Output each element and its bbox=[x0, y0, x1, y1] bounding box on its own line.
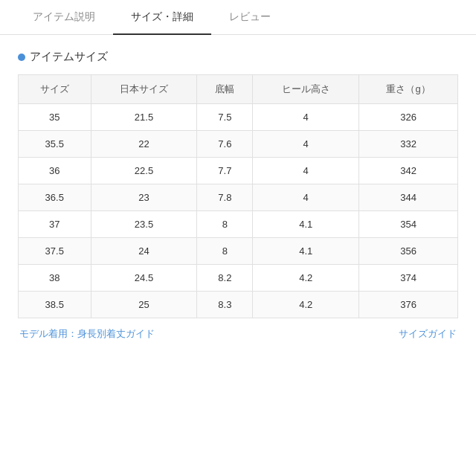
table-row: 3622.57.74342 bbox=[19, 158, 458, 184]
tab-bar: アイテム説明 サイズ・詳細 レビュー bbox=[0, 0, 476, 35]
table-cell: 7.7 bbox=[197, 158, 253, 184]
section-title: アイテムサイズ bbox=[30, 50, 108, 64]
size-table: サイズ 日本サイズ 底幅 ヒール高さ 重さ（g） 3521.57.5432635… bbox=[18, 74, 458, 318]
table-row: 36.5237.84344 bbox=[19, 184, 458, 211]
table-row: 3824.58.24.2374 bbox=[19, 265, 458, 292]
model-guide-link[interactable]: モデル着用：身長別着丈ガイド bbox=[19, 327, 155, 341]
table-row: 38.5258.34.2376 bbox=[19, 292, 458, 318]
table-cell: 4 bbox=[253, 184, 359, 211]
table-cell: 7.8 bbox=[197, 184, 253, 211]
table-cell: 24 bbox=[91, 238, 197, 265]
col-header-heel-height: ヒール高さ bbox=[253, 75, 359, 104]
page-container: アイテム説明 サイズ・詳細 レビュー アイテムサイズ サイズ 日本サイズ 底幅 … bbox=[0, 0, 476, 476]
table-cell: 38.5 bbox=[19, 292, 91, 318]
table-cell: 22.5 bbox=[91, 158, 197, 184]
table-cell: 8.3 bbox=[197, 292, 253, 318]
table-cell: 332 bbox=[359, 131, 458, 158]
table-cell: 376 bbox=[359, 292, 458, 318]
tab-description[interactable]: アイテム説明 bbox=[15, 0, 113, 34]
table-cell: 4.1 bbox=[253, 211, 359, 238]
table-header-row: サイズ 日本サイズ 底幅 ヒール高さ 重さ（g） bbox=[19, 75, 458, 104]
tab-size-detail[interactable]: サイズ・詳細 bbox=[113, 0, 211, 34]
table-cell: 8 bbox=[197, 211, 253, 238]
table-cell: 38 bbox=[19, 265, 91, 292]
table-cell: 37 bbox=[19, 211, 91, 238]
table-cell: 356 bbox=[359, 238, 458, 265]
table-row: 3521.57.54326 bbox=[19, 104, 458, 131]
table-cell: 342 bbox=[359, 158, 458, 184]
table-row: 35.5227.64332 bbox=[19, 131, 458, 158]
table-cell: 344 bbox=[359, 184, 458, 211]
table-cell: 22 bbox=[91, 131, 197, 158]
table-cell: 37.5 bbox=[19, 238, 91, 265]
table-cell: 36 bbox=[19, 158, 91, 184]
table-cell: 4.1 bbox=[253, 238, 359, 265]
table-cell: 374 bbox=[359, 265, 458, 292]
table-cell: 4 bbox=[253, 158, 359, 184]
size-guide-link[interactable]: サイズガイド bbox=[399, 327, 457, 341]
table-cell: 23.5 bbox=[91, 211, 197, 238]
table-cell: 21.5 bbox=[91, 104, 197, 131]
col-header-weight: 重さ（g） bbox=[359, 75, 458, 104]
table-cell: 23 bbox=[91, 184, 197, 211]
table-cell: 36.5 bbox=[19, 184, 91, 211]
blue-dot-icon bbox=[18, 54, 25, 61]
section-title-row: アイテムサイズ bbox=[18, 50, 458, 64]
table-cell: 326 bbox=[359, 104, 458, 131]
footer-links: モデル着用：身長別着丈ガイド サイズガイド bbox=[18, 327, 458, 341]
table-cell: 4 bbox=[253, 104, 359, 131]
tab-review[interactable]: レビュー bbox=[211, 0, 289, 34]
table-row: 3723.584.1354 bbox=[19, 211, 458, 238]
table-cell: 4 bbox=[253, 131, 359, 158]
table-cell: 4.2 bbox=[253, 292, 359, 318]
table-cell: 7.6 bbox=[197, 131, 253, 158]
table-cell: 4.2 bbox=[253, 265, 359, 292]
tab-content: アイテムサイズ サイズ 日本サイズ 底幅 ヒール高さ 重さ（g） 3521.57… bbox=[0, 35, 476, 476]
table-cell: 8.2 bbox=[197, 265, 253, 292]
table-cell: 24.5 bbox=[91, 265, 197, 292]
table-cell: 35.5 bbox=[19, 131, 91, 158]
table-cell: 354 bbox=[359, 211, 458, 238]
col-header-size: サイズ bbox=[19, 75, 91, 104]
table-cell: 7.5 bbox=[197, 104, 253, 131]
col-header-jp-size: 日本サイズ bbox=[91, 75, 197, 104]
col-header-bottom-width: 底幅 bbox=[197, 75, 253, 104]
table-cell: 25 bbox=[91, 292, 197, 318]
table-cell: 8 bbox=[197, 238, 253, 265]
table-row: 37.52484.1356 bbox=[19, 238, 458, 265]
table-cell: 35 bbox=[19, 104, 91, 131]
